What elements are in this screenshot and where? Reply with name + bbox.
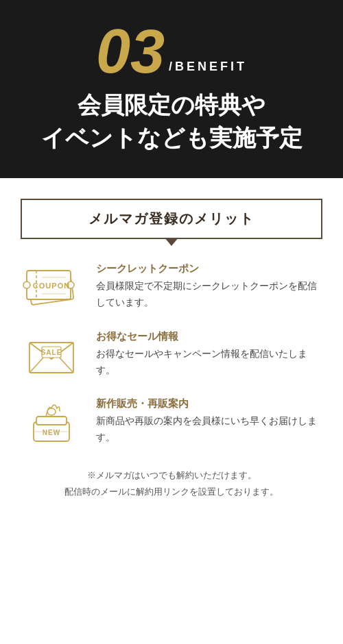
svg-text:SALE: SALE [41,349,62,356]
benefit-item-sale: SALE お得なセール情報 お得なセールやキャンペーン情報を配信いたします。 [21,330,322,379]
content-area: メルマガ登録のメリット COUPON [0,178,343,520]
section-number: 03 [96,21,165,82]
header-top-row: 03/BENEFIT [14,21,329,82]
sale-heading: お得なセール情報 [96,330,322,343]
svg-rect-14 [36,417,67,425]
header-section: 03/BENEFIT 会員限定の特典や イベントなども実施予定 [0,0,343,178]
coupon-icon: COUPON [21,262,82,310]
coupon-desc: 会員様限定で不定期にシークレットクーポンを配信しています。 [96,278,322,311]
new-icon-wrap: NEW [21,397,82,447]
new-heading: 新作販売・再販案内 [96,397,322,410]
footer-note: ※メルマガはいつでも解約いただけます。 配信時のメールに解約用リンクを設置してお… [21,467,322,499]
sale-icon-wrap: SALE [21,330,82,378]
coupon-heading: シークレットクーポン [96,262,322,275]
benefit-item-new: NEW 新作販売・再販案内 新商品や再販の案内を会員様にいち早くお届けします。 [21,397,322,447]
benefit-label: /BENEFIT [169,60,247,74]
footer-note-line1: ※メルマガはいつでも解約いただけます。 [21,467,322,483]
benefit-text-new: 新作販売・再販案内 新商品や再販の案内を会員様にいち早くお届けします。 [96,397,322,446]
svg-point-3 [23,282,30,288]
benefit-list: COUPON シークレットクーポン 会員様限定で不定期にシークレットクーポンを配… [21,262,322,447]
benefit-item-coupon: COUPON シークレットクーポン 会員様限定で不定期にシークレットクーポンを配… [21,262,322,311]
coupon-icon-wrap: COUPON [21,262,82,310]
merit-box: メルマガ登録のメリット [21,199,322,239]
footer-note-line2: 配信時のメールに解約用リンクを設置しております。 [21,484,322,499]
sale-desc: お得なセールやキャンペーン情報を配信いたします。 [96,346,322,379]
svg-text:NEW: NEW [43,429,60,436]
benefit-text-sale: お得なセール情報 お得なセールやキャンペーン情報を配信いたします。 [96,330,322,379]
benefit-text-coupon: シークレットクーポン 会員様限定で不定期にシークレットクーポンを配信しています。 [96,262,322,311]
new-desc: 新商品や再販の案内を会員様にいち早くお届けします。 [96,413,322,446]
svg-text:COUPON: COUPON [33,282,70,290]
header-main-text: 会員限定の特典や イベントなども実施予定 [14,89,329,154]
svg-point-15 [47,408,56,415]
merit-box-title: メルマガ登録のメリット [88,211,255,226]
sale-icon: SALE [24,330,79,378]
new-product-icon: NEW [24,397,79,447]
